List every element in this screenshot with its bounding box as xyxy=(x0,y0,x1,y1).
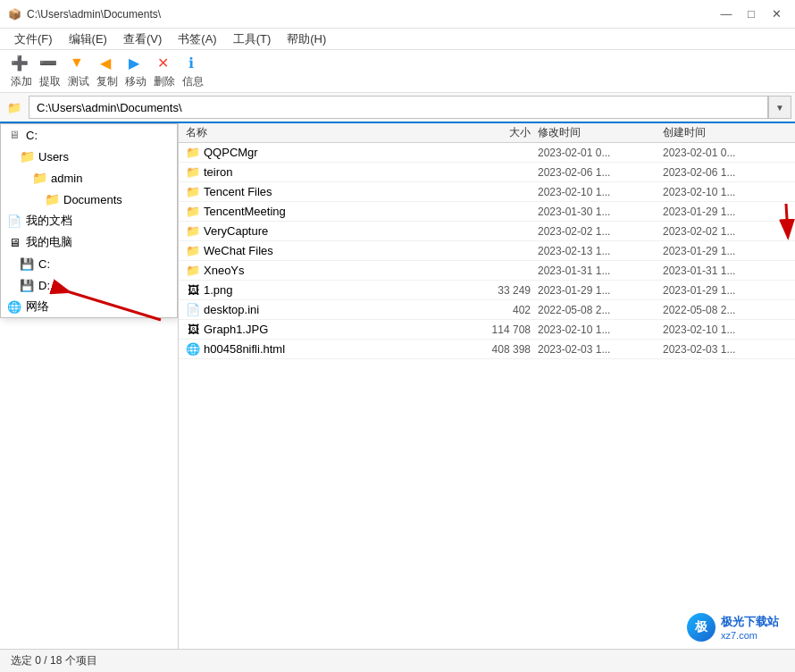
jpg-icon: 🖼 xyxy=(186,323,200,337)
file-list-panel: 名称 大小 修改时间 创建时间 📁 QQPCMgr 2023-02-01 0..… xyxy=(179,123,795,649)
address-input[interactable] xyxy=(29,96,768,119)
status-bar: 选定 0 / 18 个项目 xyxy=(0,649,795,672)
folder-icon: 📁 xyxy=(44,191,60,207)
folder-icon: 📁 xyxy=(186,224,200,239)
title-bar: 📦 C:\Users\admin\Documents\ — □ ✕ xyxy=(0,0,795,29)
folder-icon: 📁 xyxy=(186,146,200,160)
test-button[interactable]: ▼ xyxy=(64,53,89,72)
dropdown-item-mycomputer[interactable]: 🖥 我的电脑 xyxy=(1,231,177,253)
delete-label: 删除 xyxy=(152,74,177,89)
file-list-header: 名称 大小 修改时间 创建时间 xyxy=(179,123,795,143)
toolbar-labels: 添加 提取 测试 复制 移动 删除 信息 xyxy=(7,74,788,89)
mydocs-icon: 📄 xyxy=(6,213,22,229)
folder-icon: 📁 xyxy=(31,170,47,186)
app-icon: 📦 xyxy=(7,7,21,21)
dropdown-item-admin[interactable]: 📁 admin xyxy=(1,167,177,189)
info-label: 信息 xyxy=(180,74,205,89)
test-label: 测试 xyxy=(66,74,91,89)
folder-icon: 📁 xyxy=(186,264,200,278)
copy-button[interactable]: ◀ xyxy=(93,53,118,72)
file-row[interactable]: 🖼 1.png 33 249 2023-01-29 1... 2023-01-2… xyxy=(179,281,795,300)
file-row[interactable]: 🌐 h00458nifli.html 408 398 2023-02-03 1.… xyxy=(179,340,795,359)
file-row[interactable]: 📁 TencentMeeting 2023-01-30 1... 2023-01… xyxy=(179,202,795,222)
folder-icon: 📁 xyxy=(186,185,200,199)
folder-icon: 📁 xyxy=(186,205,200,219)
header-created[interactable]: 创建时间 xyxy=(663,125,788,140)
dropdown-item-users[interactable]: 📁 Users xyxy=(1,146,177,167)
header-name[interactable]: 名称 xyxy=(186,125,466,140)
address-bar: 📁 ▼ xyxy=(0,93,795,123)
png-icon: 🖼 xyxy=(186,283,200,298)
network-icon: 🌐 xyxy=(6,298,22,315)
window-title: C:\Users\admin\Documents\ xyxy=(27,8,161,21)
move-button[interactable]: ▶ xyxy=(121,53,146,72)
menu-bar: 文件(F) 编辑(E) 查看(V) 书签(A) 工具(T) 帮助(H) xyxy=(0,29,795,50)
menu-file[interactable]: 文件(F) xyxy=(7,29,60,49)
folder-icon: 📁 xyxy=(186,165,200,180)
dropdown-item-mydocs[interactable]: 📄 我的文档 xyxy=(1,210,177,231)
add-label: 添加 xyxy=(9,74,34,89)
path-dropdown: 🖥 C: 📁 Users 📁 admin 📁 Documents 📄 我的文档 xyxy=(0,123,178,318)
ini-icon: 📄 xyxy=(186,303,200,317)
file-rows-container: 📁 QQPCMgr 2023-02-01 0... 2023-02-01 0..… xyxy=(179,143,795,359)
folder-icon: 📁 xyxy=(186,244,200,258)
d-drive-icon: 💾 xyxy=(19,277,35,293)
header-size[interactable]: 大小 xyxy=(466,125,538,140)
menu-edit[interactable]: 编辑(E) xyxy=(62,29,114,49)
remove-label: 提取 xyxy=(38,74,63,89)
file-row[interactable]: 📁 WeChat Files 2023-02-13 1... 2023-01-2… xyxy=(179,241,795,261)
close-button[interactable]: ✕ xyxy=(765,4,788,24)
toolbar: ➕ ➖ ▼ ◀ ▶ ✕ ℹ 添加 提取 测试 复制 移动 删除 信息 xyxy=(0,50,795,93)
add-button[interactable]: ➕ xyxy=(7,53,32,72)
file-row[interactable]: 🖼 Graph1.JPG 114 708 2023-02-10 1... 202… xyxy=(179,320,795,340)
mypc-icon: 🖥 xyxy=(6,234,22,250)
address-dropdown-button[interactable]: ▼ xyxy=(768,96,791,119)
minimize-button[interactable]: — xyxy=(715,4,738,24)
dropdown-item-d-drive[interactable]: 💾 D: xyxy=(1,274,177,296)
toolbar-icons: ➕ ➖ ▼ ◀ ▶ ✕ ℹ xyxy=(7,53,788,72)
title-controls: — □ ✕ xyxy=(715,4,788,24)
delete-button[interactable]: ✕ xyxy=(150,53,175,72)
maximize-button[interactable]: □ xyxy=(740,4,763,24)
info-button[interactable]: ℹ xyxy=(179,53,204,72)
file-row[interactable]: 📁 QQPCMgr 2023-02-01 0... 2023-02-01 0..… xyxy=(179,143,795,163)
folder-icon: 📁 xyxy=(19,148,35,164)
move-label: 移动 xyxy=(123,74,148,89)
file-row[interactable]: 📁 XneoYs 2023-01-31 1... 2023-01-31 1... xyxy=(179,261,795,281)
menu-tools[interactable]: 工具(T) xyxy=(226,29,279,49)
drive-icon: 🖥 xyxy=(6,127,22,143)
file-row[interactable]: 📁 teiron 2023-02-06 1... 2023-02-06 1... xyxy=(179,163,795,182)
status-text: 选定 0 / 18 个项目 xyxy=(11,653,97,668)
remove-button[interactable]: ➖ xyxy=(36,53,61,72)
c-drive-icon: 💾 xyxy=(19,256,35,272)
left-panel: 🖥 C: 📁 Users 📁 admin 📁 Documents 📄 我的文档 xyxy=(0,123,179,649)
dropdown-item-documents[interactable]: 📁 Documents xyxy=(1,189,177,210)
file-row[interactable]: 📄 desktop.ini 402 2022-05-08 2... 2022-0… xyxy=(179,300,795,320)
menu-bookmark[interactable]: 书签(A) xyxy=(171,29,223,49)
address-folder-icon: 📁 xyxy=(4,97,25,118)
html-icon: 🌐 xyxy=(186,342,200,357)
dropdown-item-c-drive[interactable]: 💾 C: xyxy=(1,253,177,274)
header-modified[interactable]: 修改时间 xyxy=(538,125,663,140)
title-bar-left: 📦 C:\Users\admin\Documents\ xyxy=(7,7,161,21)
file-row[interactable]: 📁 VeryCapture 2023-02-02 1... 2023-02-02… xyxy=(179,222,795,241)
file-row[interactable]: 📁 Tencent Files 2023-02-10 1... 2023-02-… xyxy=(179,182,795,202)
dropdown-item-c-root[interactable]: 🖥 C: xyxy=(1,124,177,146)
menu-view[interactable]: 查看(V) xyxy=(116,29,169,49)
main-content: 🖥 C: 📁 Users 📁 admin 📁 Documents 📄 我的文档 xyxy=(0,123,795,649)
menu-help[interactable]: 帮助(H) xyxy=(280,29,333,49)
dropdown-item-network[interactable]: 🌐 网络 xyxy=(1,296,177,317)
copy-label: 复制 xyxy=(95,74,120,89)
